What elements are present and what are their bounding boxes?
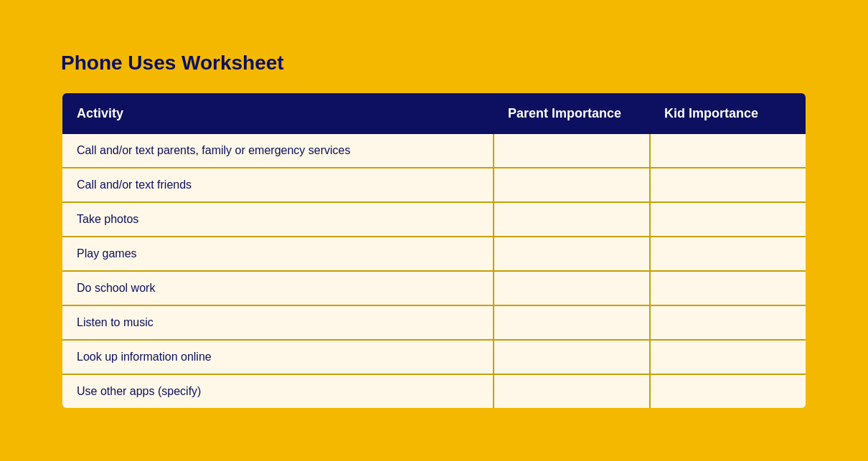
kid-importance-cell-7[interactable] (650, 374, 806, 409)
table-row: Do school work (62, 271, 806, 305)
kid-importance-cell-4[interactable] (650, 271, 806, 305)
activity-cell-6: Look up information online (62, 340, 494, 374)
table-row: Call and/or text parents, family or emer… (62, 134, 806, 168)
table-row: Take photos (62, 202, 806, 237)
activity-cell-2: Take photos (62, 202, 494, 237)
kid-importance-cell-2[interactable] (650, 202, 806, 237)
table-header-row: Activity Parent Importance Kid Importanc… (62, 92, 806, 134)
activity-cell-7: Use other apps (specify) (62, 374, 494, 409)
activity-cell-1: Call and/or text friends (62, 168, 494, 202)
kid-importance-cell-1[interactable] (650, 168, 806, 202)
parent-importance-cell-1[interactable] (494, 168, 650, 202)
kid-importance-cell-3[interactable] (650, 237, 806, 271)
worksheet-container: Phone Uses Worksheet Activity Parent Imp… (39, 30, 829, 431)
table-row: Play games (62, 237, 806, 271)
kid-importance-cell-0[interactable] (650, 134, 806, 168)
table-row: Use other apps (specify) (62, 374, 806, 409)
table-row: Listen to music (62, 305, 806, 340)
parent-importance-cell-5[interactable] (494, 305, 650, 340)
parent-importance-cell-6[interactable] (494, 340, 650, 374)
kid-importance-header: Kid Importance (650, 92, 806, 134)
activity-cell-3: Play games (62, 237, 494, 271)
activity-table: Activity Parent Importance Kid Importanc… (61, 92, 807, 409)
kid-importance-cell-6[interactable] (650, 340, 806, 374)
parent-importance-cell-3[interactable] (494, 237, 650, 271)
activity-header: Activity (62, 92, 494, 134)
activity-cell-5: Listen to music (62, 305, 494, 340)
activity-cell-0: Call and/or text parents, family or emer… (62, 134, 494, 168)
table-row: Call and/or text friends (62, 168, 806, 202)
parent-importance-cell-7[interactable] (494, 374, 650, 409)
parent-importance-cell-4[interactable] (494, 271, 650, 305)
table-row: Look up information online (62, 340, 806, 374)
activity-cell-4: Do school work (62, 271, 494, 305)
page-title: Phone Uses Worksheet (61, 52, 807, 75)
parent-importance-cell-0[interactable] (494, 134, 650, 168)
parent-importance-cell-2[interactable] (494, 202, 650, 237)
parent-importance-header: Parent Importance (494, 92, 650, 134)
kid-importance-cell-5[interactable] (650, 305, 806, 340)
